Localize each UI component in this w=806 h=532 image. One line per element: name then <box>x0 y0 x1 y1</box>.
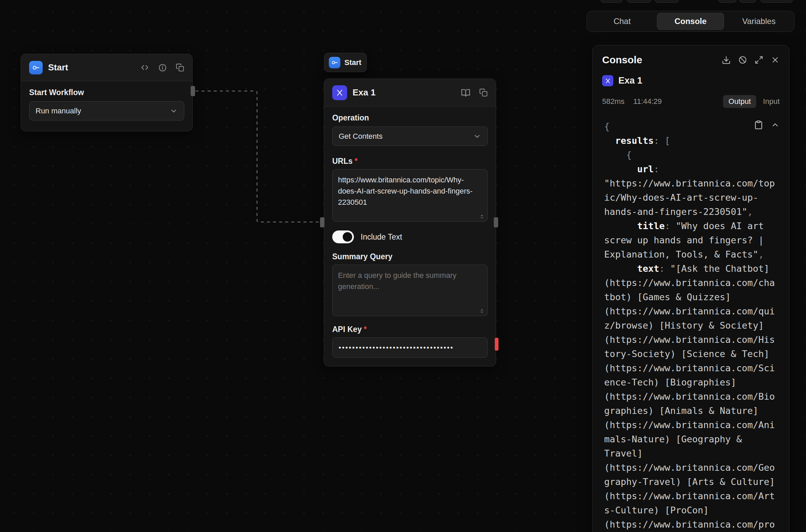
operation-select[interactable]: Get Contents <box>332 127 488 146</box>
urls-label: URLs* <box>332 157 488 166</box>
start-chip[interactable]: Start <box>324 53 367 72</box>
docs-book-icon[interactable] <box>461 88 470 97</box>
api-key-masked-value: •••••••••••••••••••••••••••••••••• <box>338 344 454 352</box>
clear-console-icon[interactable] <box>738 56 747 64</box>
run-mode-select[interactable]: Run manually <box>29 101 184 120</box>
exa-logo-icon <box>602 75 613 86</box>
close-icon[interactable] <box>771 56 780 64</box>
collapse-chevron-icon[interactable] <box>771 120 780 129</box>
tab-variables[interactable]: Variables <box>726 13 792 30</box>
operation-value: Get Contents <box>338 132 383 141</box>
summary-query-placeholder: Enter a query to guide the summary gener… <box>338 271 457 291</box>
toggle-knob <box>343 232 352 242</box>
start-workflow-label: Start Workflow <box>29 88 184 97</box>
summary-query-label: Summary Query <box>332 252 488 261</box>
start-node-icon <box>29 61 43 74</box>
chevron-down-icon <box>170 107 178 115</box>
code-icon[interactable] <box>140 63 149 72</box>
start-node-header: Start <box>21 54 193 81</box>
toolbar-button-partial[interactable] <box>760 0 793 3</box>
toolbar-button-partial[interactable] <box>627 0 651 3</box>
error-indicator <box>495 338 498 350</box>
start-node-output-handle[interactable] <box>191 86 195 96</box>
panel-tab-bar: Chat Console Variables <box>587 11 794 32</box>
include-text-label: Include Text <box>361 232 402 242</box>
expand-icon[interactable] <box>754 56 763 64</box>
console-panel: Console Exa 1 <box>592 45 789 532</box>
console-title: Console <box>602 54 722 66</box>
console-node-name: Exa 1 <box>618 75 642 86</box>
start-chip-label: Start <box>344 58 361 67</box>
urls-value: https://www.britannica.com/topic/Why-doe… <box>338 176 472 206</box>
toolbar-button-partial[interactable] <box>601 0 623 3</box>
console-output-block: { results: [ { url: "https://www.britann… <box>602 119 780 532</box>
required-asterisk: * <box>354 157 358 166</box>
exa-logo-icon <box>332 85 347 100</box>
tab-output[interactable]: Output <box>723 95 756 108</box>
copy-icon[interactable] <box>176 63 184 72</box>
copy-icon[interactable] <box>479 88 488 97</box>
chevron-down-icon <box>473 132 481 140</box>
operation-label: Operation <box>332 113 488 122</box>
toolbar-button-partial[interactable] <box>718 0 737 3</box>
tab-input[interactable]: Input <box>763 97 780 106</box>
start-chip-icon <box>329 57 340 68</box>
tab-chat[interactable]: Chat <box>589 13 656 30</box>
download-icon[interactable] <box>722 56 731 65</box>
summary-query-input[interactable]: Enter a query to guide the summary gener… <box>332 265 488 316</box>
info-icon[interactable] <box>158 63 167 72</box>
resize-handle-icon[interactable] <box>479 214 484 219</box>
start-node-title: Start <box>48 62 135 73</box>
exa-node-input-handle[interactable] <box>320 217 325 227</box>
exa-node[interactable]: Exa 1 Operation Get Contents URLs* <box>324 78 496 366</box>
include-text-toggle[interactable] <box>332 230 354 243</box>
run-mode-value: Run manually <box>36 107 81 115</box>
clipboard-copy-icon[interactable] <box>754 120 763 130</box>
api-key-label: API Key* <box>332 325 488 334</box>
api-key-input[interactable]: •••••••••••••••••••••••••••••••••• <box>332 337 488 358</box>
duration-badge: 582ms <box>602 97 624 106</box>
exa-node-output-handle[interactable] <box>494 217 498 227</box>
required-asterisk: * <box>364 325 367 334</box>
workflow-canvas[interactable]: Start Start Workflow Run manually <box>0 0 806 532</box>
urls-input[interactable]: https://www.britannica.com/topic/Why-doe… <box>332 169 488 222</box>
exa-node-header: Exa 1 <box>324 79 496 107</box>
resize-handle-icon[interactable] <box>479 308 484 314</box>
console-json[interactable]: { results: [ { url: "https://www.britann… <box>604 119 775 532</box>
exa-node-title: Exa 1 <box>352 87 456 98</box>
toolbar-button-partial[interactable] <box>655 0 679 3</box>
timestamp: 11:44:29 <box>633 97 662 106</box>
start-node[interactable]: Start Start Workflow Run manually <box>21 54 193 131</box>
tab-console[interactable]: Console <box>657 13 724 30</box>
toolbar-button-partial[interactable] <box>739 0 756 3</box>
